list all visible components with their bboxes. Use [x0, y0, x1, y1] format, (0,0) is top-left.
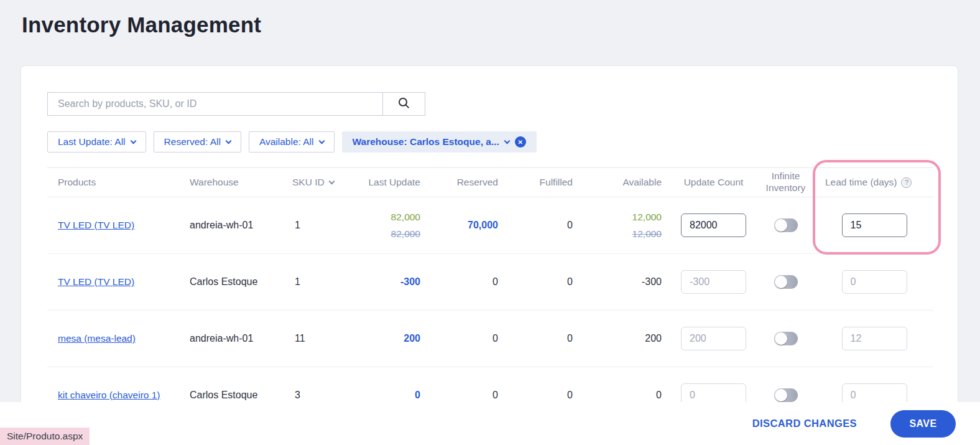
col-header-update-count: Update Count — [671, 177, 756, 188]
update-count-input[interactable] — [681, 270, 746, 294]
warehouse-cell: Carlos Estoque — [184, 390, 284, 401]
col-header-products: Products — [47, 177, 184, 188]
available-new-value: 12,000 — [582, 212, 662, 223]
col-header-infinite-inventory: Infinite Inventory — [756, 171, 815, 194]
table-row: TV LED (TV LED) andreia-wh-01 1 82,000 8… — [47, 197, 933, 254]
sort-chevron-icon — [328, 178, 335, 184]
sku-cell: 1 — [284, 276, 340, 288]
search-button[interactable] — [383, 92, 425, 116]
search-icon — [397, 96, 410, 111]
product-link[interactable]: mesa (mesa-lead) — [58, 333, 136, 344]
fulfilled-cell: 0 — [507, 220, 582, 231]
last-update-cell: 200 — [340, 333, 430, 344]
inventory-table: Products Warehouse SKU ID Last Update Re… — [47, 167, 933, 424]
available-cell: 200 — [582, 333, 671, 344]
toggle-knob — [775, 389, 787, 401]
available-old-value: 12,000 — [582, 228, 662, 240]
product-link[interactable]: TV LED (TV LED) — [58, 220, 134, 230]
sku-cell: 3 — [284, 390, 340, 401]
available-cell: 0 — [582, 390, 671, 401]
available-cell: 12,000 12,000 — [582, 212, 671, 240]
table-row: mesa (mesa-lead) andreia-wh-01 11 200 0 … — [47, 311, 933, 367]
lead-time-input[interactable] — [842, 327, 907, 350]
col-header-lead-time-label: Lead time (days) — [825, 177, 897, 188]
filter-available[interactable]: Available: All — [249, 131, 335, 152]
sku-cell: 1 — [284, 220, 340, 231]
infinite-inventory-toggle[interactable] — [774, 332, 798, 345]
col-header-available: Available — [582, 177, 671, 188]
lead-time-input[interactable] — [842, 270, 907, 294]
product-link[interactable]: TV LED (TV LED) — [58, 276, 134, 287]
inventory-panel: Last Update: All Reserved: All Available… — [21, 65, 958, 445]
page-title: Inventory Management — [22, 12, 261, 37]
filter-available-label: Available: All — [259, 136, 314, 148]
filter-warehouse[interactable]: Warehouse: Carlos Estoque, a... ✕ — [342, 131, 537, 152]
toggle-knob — [775, 219, 787, 232]
discard-changes-button[interactable]: DISCARD CHANGES — [752, 418, 857, 429]
save-button[interactable]: SAVE — [890, 410, 956, 438]
fulfilled-cell: 0 — [507, 333, 582, 344]
chevron-down-icon — [504, 138, 510, 144]
product-link[interactable]: kit chaveiro (chaveiro 1) — [58, 390, 160, 400]
search-bar — [47, 92, 425, 116]
filter-chips: Last Update: All Reserved: All Available… — [47, 131, 537, 152]
toggle-knob — [775, 276, 787, 288]
infinite-inventory-toggle[interactable] — [774, 218, 798, 232]
col-header-warehouse: Warehouse — [184, 177, 284, 188]
help-icon[interactable]: ? — [901, 177, 912, 188]
filter-warehouse-label: Warehouse: Carlos Estoque, a... — [353, 136, 499, 148]
filter-reserved[interactable]: Reserved: All — [154, 131, 241, 152]
clear-warehouse-filter-icon[interactable]: ✕ — [515, 136, 526, 148]
search-input[interactable] — [47, 92, 383, 116]
col-header-sku[interactable]: SKU ID — [284, 177, 340, 188]
warehouse-cell: Carlos Estoque — [184, 276, 284, 288]
lead-time-input[interactable] — [842, 213, 907, 237]
chevron-down-icon — [225, 138, 231, 144]
browser-status-bar: Site/Produto.aspx — [0, 428, 90, 445]
update-count-input[interactable] — [681, 213, 746, 237]
infinite-inventory-toggle[interactable] — [774, 388, 798, 402]
col-header-sku-label: SKU ID — [292, 177, 325, 188]
chevron-down-icon — [318, 138, 325, 144]
chevron-down-icon — [130, 138, 136, 144]
warehouse-cell: andreia-wh-01 — [184, 220, 284, 231]
last-update-cell: 82,000 82,000 — [340, 212, 430, 240]
last-update-old-value: 82,000 — [340, 228, 420, 240]
col-header-lead-time: Lead time (days) ? — [815, 177, 933, 188]
toggle-knob — [775, 332, 787, 345]
sku-cell: 11 — [284, 333, 340, 344]
infinite-inventory-toggle[interactable] — [774, 275, 798, 289]
reserved-cell: 0 — [430, 333, 507, 344]
reserved-cell: 0 — [430, 390, 507, 401]
reserved-cell: 70,000 — [430, 220, 507, 231]
last-update-cell: -300 — [340, 276, 430, 288]
fulfilled-cell: 0 — [507, 276, 582, 288]
filter-reserved-label: Reserved: All — [164, 136, 221, 148]
table-row: TV LED (TV LED) Carlos Estoque 1 -300 0 … — [47, 254, 933, 311]
table-header-row: Products Warehouse SKU ID Last Update Re… — [47, 167, 933, 197]
last-update-new-value: 82,000 — [340, 212, 420, 223]
reserved-cell: 0 — [430, 276, 507, 288]
action-footer: DISCARD CHANGES SAVE — [0, 402, 980, 445]
filter-last-update-label: Last Update: All — [58, 136, 126, 148]
available-cell: -300 — [582, 276, 671, 288]
filter-last-update[interactable]: Last Update: All — [47, 131, 146, 152]
update-count-input[interactable] — [681, 327, 746, 350]
col-header-last-update: Last Update — [340, 177, 430, 188]
warehouse-cell: andreia-wh-01 — [184, 333, 284, 344]
fulfilled-cell: 0 — [507, 390, 582, 401]
inventory-management-screen: Inventory Management Last Update: All Re… — [0, 0, 980, 445]
col-header-reserved: Reserved — [430, 177, 507, 188]
col-header-fulfilled: Fulfilled — [507, 177, 582, 188]
last-update-cell: 0 — [340, 390, 430, 401]
